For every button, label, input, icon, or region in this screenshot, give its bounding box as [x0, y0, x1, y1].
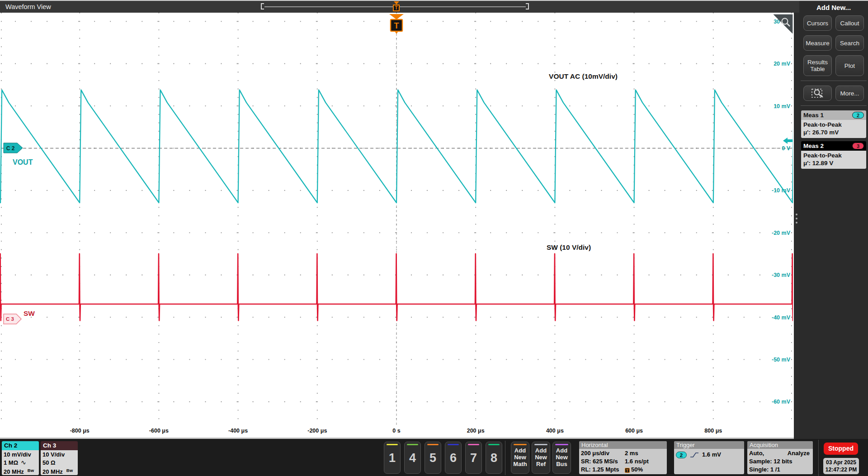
rising-edge-icon: [690, 452, 699, 458]
trigger-position-percent: 50%: [631, 466, 643, 473]
channel-5-button[interactable]: 5: [425, 442, 441, 474]
channel-7-button[interactable]: 7: [465, 442, 482, 474]
measurement-card-meas1[interactable]: Meas 1 2 Peak-to-Peak μ': 26.70 mV: [801, 110, 866, 138]
meas2-header: Meas 2 3: [801, 141, 866, 151]
sw-trace-label: SW (10 V/div): [547, 243, 591, 251]
acquisition-single: Single: 1 /1: [749, 466, 811, 474]
trace-annotations: VOUT AC (10mV/div)SW (10 V/div): [547, 72, 618, 251]
time-label: 12:47:22 PM: [823, 466, 859, 473]
add-cursors-button[interactable]: Cursors: [803, 15, 832, 31]
add-plot-button[interactable]: Plot: [835, 55, 864, 76]
channel-2-header: Ch 2: [2, 441, 39, 450]
datetime-badge: 03 Apr 2025 12:47:22 PM: [823, 458, 859, 474]
sidebar-add-new: Add New... Cursors Callout Measure Searc…: [799, 1, 868, 439]
meas2-value: μ': 12.89 V: [803, 159, 864, 167]
more-button[interactable]: More...: [835, 86, 864, 101]
sw-channel-name: SW: [24, 309, 35, 317]
meas1-header: Meas 1 2: [801, 110, 866, 120]
bandwidth-limit-icon: Bw: [66, 468, 73, 473]
add-measure-button[interactable]: Measure: [803, 35, 832, 51]
x-axis-labels: -800 μs-600 μs-400 μs-200 μs0 s200 μs400…: [70, 428, 722, 434]
ch2-position-flag[interactable]: C 2VOUT: [4, 143, 33, 166]
x-axis-label: 800 μs: [704, 428, 722, 434]
splitter-handle[interactable]: [796, 214, 797, 215]
minimap-left-bracket-icon[interactable]: [261, 3, 264, 10]
add-results-table-button[interactable]: Results Table: [803, 55, 832, 76]
acquisition-panel-body: Auto,Analyze Sample: 12 bits Single: 1 /…: [747, 449, 813, 474]
channel-3-settings: 10 V/div 50 Ω 20 MHzBw: [41, 450, 78, 475]
trigger-source-badge: 2: [676, 452, 687, 458]
trigger-t-icon: T: [393, 5, 400, 11]
run-stop-status-button[interactable]: Stopped: [824, 443, 858, 455]
ch1-color-stripe: [387, 444, 398, 445]
sidebar-button-grid-2: More...: [799, 86, 868, 101]
horizontal-scale: 200 μs/div: [581, 449, 625, 457]
y-axis-label: -50 mV: [772, 357, 791, 363]
y-axis-label: -30 mV: [772, 272, 791, 278]
channel-8-button[interactable]: 8: [486, 442, 502, 474]
horizontal-panel-body: 200 μs/div2 ms SR: 625 MS/s1.6 ns/pt RL:…: [579, 449, 667, 474]
sample-interval: 1.6 ns/pt: [625, 457, 649, 466]
meas2-source-badge: 3: [852, 143, 864, 149]
add-new-bus-button[interactable]: Add New Bus: [552, 442, 571, 474]
math-color-stripe: [514, 444, 527, 445]
meas1-source-badge: 2: [852, 112, 864, 119]
channel-6-button[interactable]: 6: [445, 442, 462, 474]
date-label: 03 Apr 2025: [823, 459, 859, 466]
record-length: RL: 1.25 Mpts: [581, 466, 625, 474]
y-axis-label: -60 mV: [772, 399, 791, 405]
x-axis-label: 600 μs: [625, 428, 643, 434]
add-callout-button[interactable]: Callout: [835, 15, 864, 31]
ch3-position-flag[interactable]: C 3SW: [4, 309, 35, 324]
waveform-plot[interactable]: 30 mV20 mV10 mV0 V-10 mV-20 mV-30 mV-40 …: [0, 13, 793, 438]
channel-3-header: Ch 3: [41, 441, 78, 450]
vout-trace-label: VOUT AC (10mV/div): [549, 72, 618, 80]
bottom-divider: [505, 441, 505, 475]
add-new-ref-button[interactable]: Add New Ref: [532, 442, 550, 474]
minimap-trigger-marker[interactable]: T: [393, 1, 400, 12]
acquisition-analyze: Analyze: [788, 449, 810, 457]
add-new-math-button[interactable]: Add New Math: [511, 442, 529, 474]
ch2-impedance: 1 MΩ∿: [4, 459, 39, 467]
ch2-zero-arrow-icon[interactable]: [783, 138, 793, 144]
add-search-button[interactable]: Search: [835, 35, 864, 51]
trigger-flag[interactable]: T: [389, 14, 404, 34]
horizontal-panel-title: Horizontal: [579, 441, 667, 449]
acquisition-panel-title: Acquisition: [747, 441, 813, 449]
channel-2-settings: 10 mV/div 1 MΩ∿ 20 MHzBw: [2, 450, 39, 475]
svg-text:C 3: C 3: [6, 316, 14, 322]
sidebar-button-grid: Cursors Callout Measure Search Results T…: [799, 15, 868, 76]
bus-color-stripe: [555, 444, 568, 445]
sidebar-divider: [801, 105, 867, 106]
measurement-card-meas2[interactable]: Meas 2 3 Peak-to-Peak μ': 12.89 V: [801, 141, 866, 169]
sidebar-title: Add New...: [799, 1, 868, 15]
meas1-name: Meas 1: [803, 112, 824, 119]
x-axis-label: 200 μs: [467, 428, 485, 434]
channel-1-button[interactable]: 1: [384, 442, 401, 474]
y-axis-label: 0 V: [782, 145, 790, 152]
x-axis-label: -800 μs: [70, 428, 90, 434]
reference-lines: [1, 33, 792, 425]
trigger-panel-title: Trigger: [674, 441, 744, 449]
bandwidth-limit-icon: Bw: [28, 468, 34, 473]
channel-4-button[interactable]: 4: [404, 442, 421, 474]
trigger-panel-body: 2 1.6 mV: [674, 449, 744, 459]
trigger-panel[interactable]: Trigger 2 1.6 mV: [674, 441, 744, 474]
ch6-color-stripe: [448, 444, 459, 445]
ch5-color-stripe: [427, 444, 439, 445]
bottom-settings-bar: Ch 2 10 mV/div 1 MΩ∿ 20 MHzBw Ch 3 10 V/…: [0, 439, 868, 476]
horizontal-panel[interactable]: Horizontal 200 μs/div2 ms SR: 625 MS/s1.…: [579, 441, 667, 474]
window-title: Waveform View: [5, 1, 51, 13]
channel-3-badge[interactable]: Ch 3 10 V/div 50 Ω 20 MHzBw: [41, 441, 78, 475]
x-axis-label: -200 μs: [307, 428, 327, 434]
zoom-selection-button[interactable]: [803, 86, 832, 101]
ac-coupling-icon: ∿: [21, 459, 26, 466]
minimap-right-bracket-icon[interactable]: [526, 3, 529, 10]
sidebar-divider: [801, 81, 867, 81]
ref-color-stripe: [534, 444, 547, 445]
acquisition-panel[interactable]: Acquisition Auto,Analyze Sample: 12 bits…: [747, 441, 813, 474]
channel-2-badge[interactable]: Ch 2 10 mV/div 1 MΩ∿ 20 MHzBw: [2, 441, 39, 475]
waveform-titlebar: Waveform View T: [0, 1, 799, 13]
y-axis-label: 20 mV: [774, 61, 790, 67]
ch8-color-stripe: [488, 444, 500, 445]
